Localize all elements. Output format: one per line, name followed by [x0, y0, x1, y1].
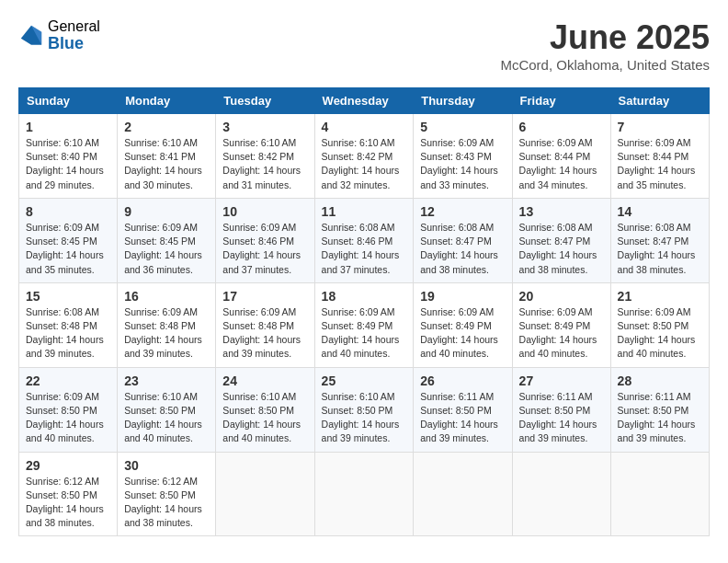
logo-blue: Blue — [48, 35, 100, 53]
cell-info: Sunrise: 6:08 AM Sunset: 8:47 PM Dayligh… — [618, 221, 702, 277]
day-number: 22 — [26, 373, 110, 388]
calendar-cell: 18Sunrise: 6:09 AM Sunset: 8:49 PM Dayli… — [314, 282, 414, 367]
logo-text: General Blue — [48, 18, 100, 52]
calendar-cell: 20Sunrise: 6:09 AM Sunset: 8:49 PM Dayli… — [512, 282, 610, 367]
calendar-cell: 5Sunrise: 6:09 AM Sunset: 8:43 PM Daylig… — [414, 114, 512, 199]
calendar-cell — [414, 452, 512, 536]
day-number: 27 — [519, 373, 604, 388]
day-number: 15 — [26, 289, 110, 304]
cell-info: Sunrise: 6:10 AM Sunset: 8:50 PM Dayligh… — [124, 390, 209, 446]
day-of-week-header: Tuesday — [216, 88, 314, 114]
cell-info: Sunrise: 6:12 AM Sunset: 8:50 PM Dayligh… — [26, 475, 110, 531]
cell-info: Sunrise: 6:11 AM Sunset: 8:50 PM Dayligh… — [618, 390, 702, 446]
calendar-cell: 24Sunrise: 6:10 AM Sunset: 8:50 PM Dayli… — [216, 367, 314, 452]
day-number: 26 — [420, 373, 505, 388]
calendar-cell: 13Sunrise: 6:08 AM Sunset: 8:47 PM Dayli… — [512, 198, 610, 282]
day-number: 10 — [222, 204, 307, 219]
calendar-cell: 1Sunrise: 6:10 AM Sunset: 8:40 PM Daylig… — [19, 114, 118, 199]
calendar-cell — [314, 452, 414, 536]
cell-info: Sunrise: 6:09 AM Sunset: 8:50 PM Dayligh… — [618, 305, 702, 362]
calendar-cell: 2Sunrise: 6:10 AM Sunset: 8:41 PM Daylig… — [118, 114, 216, 199]
day-number: 4 — [322, 120, 407, 134]
calendar-cell: 28Sunrise: 6:11 AM Sunset: 8:50 PM Dayli… — [610, 367, 709, 452]
calendar-cell — [610, 452, 709, 536]
calendar-week-row: 1Sunrise: 6:10 AM Sunset: 8:40 PM Daylig… — [19, 114, 710, 199]
day-number: 7 — [618, 120, 702, 134]
calendar-cell: 8Sunrise: 6:09 AM Sunset: 8:45 PM Daylig… — [19, 198, 118, 282]
day-number: 3 — [222, 120, 307, 134]
cell-info: Sunrise: 6:09 AM Sunset: 8:49 PM Dayligh… — [519, 305, 604, 362]
day-of-week-header: Saturday — [610, 88, 709, 114]
cell-info: Sunrise: 6:09 AM Sunset: 8:48 PM Dayligh… — [124, 305, 209, 362]
cell-info: Sunrise: 6:10 AM Sunset: 8:50 PM Dayligh… — [222, 390, 307, 446]
calendar-cell: 16Sunrise: 6:09 AM Sunset: 8:48 PM Dayli… — [118, 282, 216, 367]
day-number: 12 — [420, 204, 505, 219]
cell-info: Sunrise: 6:10 AM Sunset: 8:50 PM Dayligh… — [322, 390, 407, 446]
calendar-cell: 21Sunrise: 6:09 AM Sunset: 8:50 PM Dayli… — [610, 282, 709, 367]
day-number: 21 — [618, 289, 702, 304]
month-title: June 2025 — [500, 18, 710, 57]
cell-info: Sunrise: 6:10 AM Sunset: 8:42 PM Dayligh… — [322, 136, 407, 192]
day-number: 17 — [222, 289, 307, 304]
day-number: 20 — [519, 289, 604, 304]
day-number: 1 — [26, 120, 110, 134]
day-number: 25 — [322, 373, 407, 388]
location: McCord, Oklahoma, United States — [500, 57, 710, 73]
day-number: 13 — [519, 204, 604, 219]
cell-info: Sunrise: 6:08 AM Sunset: 8:46 PM Dayligh… — [322, 221, 407, 277]
cell-info: Sunrise: 6:09 AM Sunset: 8:44 PM Dayligh… — [618, 136, 702, 192]
day-number: 2 — [124, 120, 209, 134]
calendar-cell: 14Sunrise: 6:08 AM Sunset: 8:47 PM Dayli… — [610, 198, 709, 282]
cell-info: Sunrise: 6:11 AM Sunset: 8:50 PM Dayligh… — [420, 390, 505, 446]
calendar-week-row: 29Sunrise: 6:12 AM Sunset: 8:50 PM Dayli… — [19, 452, 710, 536]
day-number: 8 — [26, 204, 110, 219]
day-number: 14 — [618, 204, 702, 219]
day-of-week-header: Sunday — [19, 88, 118, 114]
day-number: 29 — [26, 458, 110, 473]
calendar-header-row: SundayMondayTuesdayWednesdayThursdayFrid… — [19, 88, 710, 114]
calendar-cell: 11Sunrise: 6:08 AM Sunset: 8:46 PM Dayli… — [314, 198, 414, 282]
calendar-week-row: 8Sunrise: 6:09 AM Sunset: 8:45 PM Daylig… — [19, 198, 710, 282]
day-number: 9 — [124, 204, 209, 219]
day-number: 5 — [420, 120, 505, 134]
logo-general: General — [48, 18, 100, 35]
day-number: 11 — [322, 204, 407, 219]
cell-info: Sunrise: 6:10 AM Sunset: 8:41 PM Dayligh… — [124, 136, 209, 192]
day-number: 30 — [124, 458, 209, 473]
day-number: 24 — [222, 373, 307, 388]
cell-info: Sunrise: 6:09 AM Sunset: 8:44 PM Dayligh… — [519, 136, 604, 192]
calendar-cell: 4Sunrise: 6:10 AM Sunset: 8:42 PM Daylig… — [314, 114, 414, 199]
cell-info: Sunrise: 6:08 AM Sunset: 8:47 PM Dayligh… — [519, 221, 604, 277]
cell-info: Sunrise: 6:08 AM Sunset: 8:48 PM Dayligh… — [26, 305, 110, 362]
calendar-week-row: 22Sunrise: 6:09 AM Sunset: 8:50 PM Dayli… — [19, 367, 710, 452]
calendar-cell: 26Sunrise: 6:11 AM Sunset: 8:50 PM Dayli… — [414, 367, 512, 452]
logo: General Blue — [18, 18, 100, 52]
cell-info: Sunrise: 6:11 AM Sunset: 8:50 PM Dayligh… — [519, 390, 604, 446]
title-block: June 2025 McCord, Oklahoma, United State… — [500, 18, 710, 73]
calendar-cell: 17Sunrise: 6:09 AM Sunset: 8:48 PM Dayli… — [216, 282, 314, 367]
calendar-cell: 19Sunrise: 6:09 AM Sunset: 8:49 PM Dayli… — [414, 282, 512, 367]
calendar-cell: 30Sunrise: 6:12 AM Sunset: 8:50 PM Dayli… — [118, 452, 216, 536]
day-number: 18 — [322, 289, 407, 304]
cell-info: Sunrise: 6:09 AM Sunset: 8:49 PM Dayligh… — [420, 305, 505, 362]
calendar-cell: 29Sunrise: 6:12 AM Sunset: 8:50 PM Dayli… — [19, 452, 118, 536]
calendar-cell: 15Sunrise: 6:08 AM Sunset: 8:48 PM Dayli… — [19, 282, 118, 367]
day-of-week-header: Friday — [512, 88, 610, 114]
day-number: 19 — [420, 289, 505, 304]
cell-info: Sunrise: 6:09 AM Sunset: 8:45 PM Dayligh… — [26, 221, 110, 277]
calendar-cell — [216, 452, 314, 536]
day-of-week-header: Monday — [118, 88, 216, 114]
cell-info: Sunrise: 6:09 AM Sunset: 8:49 PM Dayligh… — [322, 305, 407, 362]
cell-info: Sunrise: 6:10 AM Sunset: 8:40 PM Dayligh… — [26, 136, 110, 192]
cell-info: Sunrise: 6:08 AM Sunset: 8:47 PM Dayligh… — [420, 221, 505, 277]
day-number: 28 — [618, 373, 702, 388]
calendar-cell: 10Sunrise: 6:09 AM Sunset: 8:46 PM Dayli… — [216, 198, 314, 282]
calendar-cell: 25Sunrise: 6:10 AM Sunset: 8:50 PM Dayli… — [314, 367, 414, 452]
cell-info: Sunrise: 6:09 AM Sunset: 8:45 PM Dayligh… — [124, 221, 209, 277]
calendar-cell: 27Sunrise: 6:11 AM Sunset: 8:50 PM Dayli… — [512, 367, 610, 452]
calendar-cell: 3Sunrise: 6:10 AM Sunset: 8:42 PM Daylig… — [216, 114, 314, 199]
cell-info: Sunrise: 6:09 AM Sunset: 8:50 PM Dayligh… — [26, 390, 110, 446]
day-number: 23 — [124, 373, 209, 388]
calendar-cell: 7Sunrise: 6:09 AM Sunset: 8:44 PM Daylig… — [610, 114, 709, 199]
calendar-week-row: 15Sunrise: 6:08 AM Sunset: 8:48 PM Dayli… — [19, 282, 710, 367]
